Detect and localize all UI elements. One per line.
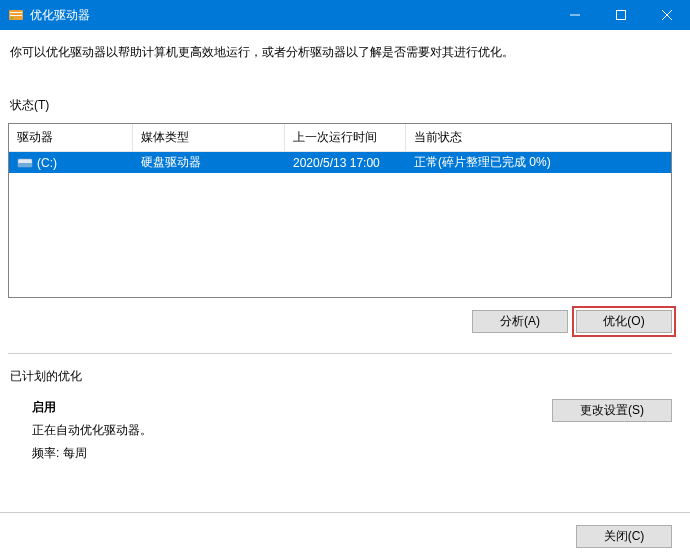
section-divider — [8, 353, 672, 354]
window-controls — [552, 0, 690, 30]
drive-list: 驱动器 媒体类型 上一次运行时间 当前状态 (C:) 硬盘驱动器 2020/5/… — [8, 123, 672, 298]
action-buttons: 分析(A) 优化(O) — [8, 310, 672, 333]
scheduled-frequency: 频率: 每周 — [32, 445, 552, 462]
scheduled-section: 已计划的优化 启用 正在自动优化驱动器。 频率: 每周 更改设置(S) — [8, 368, 672, 462]
minimize-button[interactable] — [552, 0, 598, 30]
table-row[interactable]: (C:) 硬盘驱动器 2020/5/13 17:00 正常(碎片整理已完成 0%… — [9, 152, 671, 173]
svg-rect-5 — [617, 11, 626, 20]
drive-icon — [17, 155, 33, 171]
svg-point-10 — [29, 164, 31, 166]
scheduled-title: 已计划的优化 — [8, 368, 672, 385]
footer: 关闭(C) — [0, 513, 690, 548]
page-description: 你可以优化驱动器以帮助计算机更高效地运行，或者分析驱动器以了解是否需要对其进行优… — [8, 44, 672, 61]
scheduled-enable: 启用 — [32, 399, 552, 416]
svg-rect-1 — [10, 12, 22, 13]
optimize-button[interactable]: 优化(O) — [576, 310, 672, 333]
titlebar: 优化驱动器 — [0, 0, 690, 30]
window-title: 优化驱动器 — [30, 7, 552, 24]
header-status[interactable]: 当前状态 — [406, 124, 671, 151]
status-label: 状态(T) — [8, 97, 672, 114]
close-dialog-button[interactable]: 关闭(C) — [576, 525, 672, 548]
cell-drive-text: (C:) — [37, 156, 57, 170]
cell-last-run: 2020/5/13 17:00 — [285, 156, 406, 170]
analyze-button[interactable]: 分析(A) — [472, 310, 568, 333]
cell-status: 正常(碎片整理已完成 0%) — [406, 154, 671, 171]
scheduled-description: 正在自动优化驱动器。 — [32, 422, 552, 439]
header-media[interactable]: 媒体类型 — [133, 124, 285, 151]
change-settings-button[interactable]: 更改设置(S) — [552, 399, 672, 422]
app-icon — [8, 7, 24, 23]
close-button[interactable] — [644, 0, 690, 30]
list-header: 驱动器 媒体类型 上一次运行时间 当前状态 — [9, 124, 671, 152]
header-drive[interactable]: 驱动器 — [9, 124, 133, 151]
svg-rect-2 — [10, 15, 22, 16]
header-last-run[interactable]: 上一次运行时间 — [285, 124, 406, 151]
cell-drive: (C:) — [9, 155, 133, 171]
svg-point-3 — [11, 17, 13, 19]
cell-media: 硬盘驱动器 — [133, 154, 285, 171]
maximize-button[interactable] — [598, 0, 644, 30]
